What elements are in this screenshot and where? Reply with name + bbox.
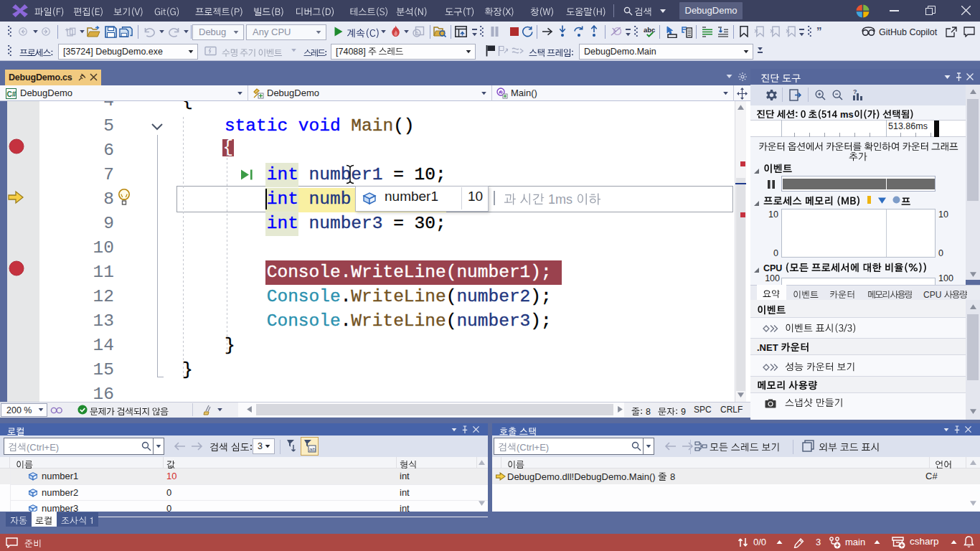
svg-text:abc: abc	[644, 26, 655, 34]
svg-text:ab: ab	[309, 446, 316, 453]
svg-text:C#: C#	[7, 90, 17, 98]
svg-text:?: ?	[853, 88, 857, 95]
